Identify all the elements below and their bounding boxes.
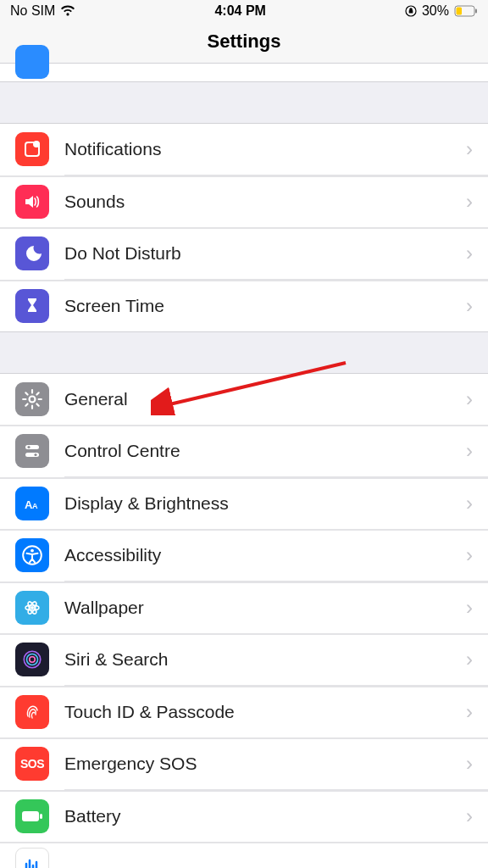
svg-point-15	[30, 606, 34, 609]
section-gap-2	[0, 332, 488, 373]
row-wallpaper[interactable]: Wallpaper ›	[0, 581, 488, 633]
row-screen-time[interactable]: Screen Time ›	[0, 280, 488, 331]
row-display-brightness[interactable]: AA Display & Brightness ›	[0, 477, 488, 529]
row-label: Control Centre	[64, 441, 466, 461]
text-size-icon: AA	[15, 487, 49, 520]
row-label: Display & Brightness	[64, 493, 466, 514]
row-label: Sounds	[64, 192, 466, 212]
settings-group-2: General › Control Centre › AA Display & …	[0, 373, 488, 869]
status-time: 4:04 PM	[214, 3, 265, 19]
hourglass-icon	[15, 289, 49, 323]
toggles-icon	[15, 434, 49, 468]
partial-row-top[interactable]	[0, 64, 488, 82]
accessibility-icon	[15, 538, 49, 572]
sos-icon: SOS	[15, 747, 49, 781]
row-label: Siri & Search	[64, 649, 466, 670]
chevron-right-icon: ›	[466, 804, 473, 828]
siri-icon	[15, 643, 49, 676]
moon-icon	[15, 236, 49, 270]
notifications-icon	[15, 132, 49, 166]
row-label: Battery	[64, 806, 466, 826]
battery-icon	[454, 5, 478, 17]
settings-group-1: Notifications › Sounds › Do Not Disturb …	[0, 123, 488, 332]
chevron-right-icon: ›	[466, 700, 473, 724]
flower-icon	[15, 591, 49, 625]
svg-point-8	[27, 446, 30, 448]
chevron-right-icon: ›	[466, 137, 473, 161]
row-partial-bottom[interactable]	[0, 842, 488, 868]
battery-pct: 30%	[422, 3, 449, 19]
row-label: Touch ID & Passcode	[64, 702, 466, 722]
row-label: Do Not Disturb	[64, 243, 466, 264]
chevron-right-icon: ›	[466, 543, 473, 567]
partial-bottom-icon	[15, 848, 49, 868]
svg-rect-22	[22, 811, 39, 821]
chevron-right-icon: ›	[466, 242, 473, 265]
svg-point-14	[30, 549, 34, 553]
svg-rect-3	[475, 9, 477, 14]
svg-rect-23	[40, 814, 42, 819]
row-sounds[interactable]: Sounds ›	[0, 175, 488, 227]
status-bar: No SIM 4:04 PM 30%	[0, 0, 488, 22]
row-label: Screen Time	[64, 296, 466, 316]
row-control-centre[interactable]: Control Centre ›	[0, 425, 488, 476]
row-label: General	[64, 389, 466, 409]
battery-settings-icon	[15, 799, 49, 833]
wifi-icon	[60, 5, 75, 17]
sounds-icon	[15, 185, 49, 219]
row-emergency-sos[interactable]: SOS Emergency SOS ›	[0, 737, 488, 789]
svg-point-21	[30, 657, 36, 663]
row-label: Notifications	[64, 139, 466, 159]
row-label: Accessibility	[64, 545, 466, 565]
row-siri-search[interactable]: Siri & Search ›	[0, 633, 488, 685]
row-label: Wallpaper	[64, 598, 466, 618]
row-battery[interactable]: Battery ›	[0, 790, 488, 842]
status-left: No SIM	[10, 3, 75, 19]
svg-text:A: A	[32, 502, 38, 510]
fingerprint-icon	[15, 695, 49, 729]
row-notifications[interactable]: Notifications ›	[0, 124, 488, 175]
chevron-right-icon: ›	[466, 648, 473, 671]
svg-point-6	[30, 396, 36, 402]
svg-point-20	[27, 654, 38, 665]
svg-point-5	[33, 141, 40, 147]
row-general[interactable]: General ›	[0, 374, 488, 425]
svg-rect-2	[457, 8, 463, 15]
chevron-right-icon: ›	[466, 439, 473, 463]
carrier-text: No SIM	[10, 3, 55, 19]
chevron-right-icon: ›	[466, 752, 473, 776]
chevron-right-icon: ›	[466, 596, 473, 620]
chevron-right-icon: ›	[466, 190, 473, 214]
row-accessibility[interactable]: Accessibility ›	[0, 529, 488, 581]
orientation-lock-icon	[405, 5, 417, 17]
page-title: Settings	[0, 31, 488, 53]
chevron-right-icon: ›	[466, 492, 473, 515]
row-do-not-disturb[interactable]: Do Not Disturb ›	[0, 227, 488, 279]
chevron-right-icon: ›	[466, 387, 473, 411]
row-label: Emergency SOS	[64, 754, 466, 774]
gear-icon	[15, 382, 49, 416]
settings-header: Settings	[0, 22, 488, 64]
svg-point-10	[34, 453, 36, 456]
section-gap-1	[0, 82, 488, 123]
chevron-right-icon: ›	[466, 294, 473, 318]
partial-icon	[15, 45, 49, 79]
status-right: 30%	[405, 3, 478, 19]
row-touch-id-passcode[interactable]: Touch ID & Passcode ›	[0, 686, 488, 737]
